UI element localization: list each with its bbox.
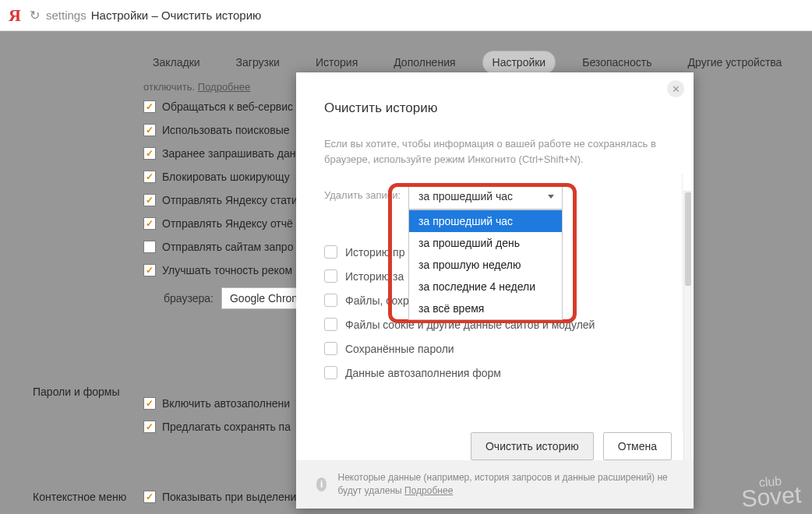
- checkbox-label: Историю пр: [345, 246, 404, 259]
- checkbox-label: Заранее запрашивать дан: [162, 147, 295, 160]
- checkbox[interactable]: [143, 124, 156, 136]
- checkbox[interactable]: [324, 269, 337, 283]
- period-option[interactable]: за прошедший день: [409, 232, 562, 254]
- scrollbar-thumb[interactable]: [685, 192, 691, 286]
- tab-загрузки[interactable]: Загрузки: [227, 51, 289, 73]
- passwords-section: Включить автозаполнениПредлагать сохраня…: [143, 397, 291, 444]
- checkbox-label: Отправлять Яндексу отчё: [162, 217, 293, 230]
- checkbox-label: Отправлять сайтам запро: [162, 241, 293, 253]
- address-bar: Я ↻ settingsНастройки – Очистить историю: [0, 0, 812, 31]
- checkbox-label: Данные автозаполнения форм: [345, 367, 501, 379]
- section-passwords-label: Пароли и формы: [33, 386, 119, 398]
- checkbox[interactable]: [143, 194, 156, 206]
- details-link[interactable]: Подробнее: [198, 81, 250, 93]
- checkbox[interactable]: [324, 366, 337, 379]
- checkbox[interactable]: [143, 491, 156, 503]
- settings-checkbox-row: Включить автозаполнени: [143, 397, 291, 410]
- period-option[interactable]: за всё время: [409, 297, 562, 319]
- checkbox[interactable]: [324, 342, 337, 355]
- section-context-menu-label: Контекстное меню: [33, 491, 126, 503]
- checkbox-label: Историю за: [345, 270, 404, 283]
- dialog-body: Удалить записи: за прошедший час за прош…: [296, 174, 683, 431]
- dialog-info-text: Некоторые данные (например, история запр…: [337, 471, 673, 498]
- clear-data-checkbox-row: Сохранённые пароли: [324, 342, 663, 355]
- checkbox[interactable]: [143, 171, 156, 183]
- checkbox[interactable]: [143, 100, 156, 113]
- clear-data-checkbox-row: Данные автозаполнения форм: [324, 366, 663, 379]
- info-details-link[interactable]: Подробнее: [404, 485, 453, 496]
- checkbox[interactable]: [143, 421, 156, 433]
- checkbox[interactable]: [324, 294, 337, 307]
- settings-checkbox-row: Предлагать сохранять па: [143, 421, 291, 433]
- checkbox-label: Предлагать сохранять па: [162, 421, 291, 433]
- checkbox-label: Включить автозаполнени: [162, 397, 290, 410]
- settings-tabs: ЗакладкиЗагрузкиИсторияДополненияНастрой…: [143, 51, 791, 74]
- dialog-footer: Очистить историю Отмена: [296, 432, 694, 460]
- reload-icon[interactable]: ↻: [30, 8, 40, 23]
- delete-period-row: Удалить записи: за прошедший час за прош…: [324, 183, 663, 209]
- checkbox-label: Отправлять Яндексу стати: [162, 194, 298, 206]
- checkbox-label: Использовать поисковые: [162, 124, 290, 136]
- tab-настройки[interactable]: Настройки: [482, 51, 556, 74]
- info-icon: i: [316, 477, 327, 491]
- checkbox[interactable]: [143, 397, 156, 410]
- tab-история[interactable]: История: [306, 51, 367, 73]
- checkbox[interactable]: [324, 318, 337, 331]
- period-option[interactable]: за последние 4 недели: [409, 276, 562, 297]
- dialog-title: Очистить историю: [296, 72, 694, 116]
- checkbox[interactable]: [324, 245, 337, 259]
- tab-другие устройства[interactable]: Другие устройства: [679, 51, 792, 73]
- yandex-logo-icon: Я: [6, 5, 23, 26]
- checkbox-label: Обращаться к веб-сервис: [162, 100, 293, 113]
- cancel-button[interactable]: Отмена: [603, 432, 672, 460]
- checkbox-label: Улучшать точность реком: [162, 264, 292, 276]
- period-option[interactable]: за прошедший час: [409, 210, 562, 232]
- tab-безопасность[interactable]: Безопасность: [573, 51, 661, 73]
- close-icon[interactable]: ✕: [667, 80, 684, 97]
- address-text[interactable]: settingsНастройки – Очистить историю: [46, 9, 261, 22]
- checkbox-label: Сохранённые пароли: [345, 343, 454, 355]
- period-select[interactable]: за прошедший час: [408, 183, 563, 209]
- clear-history-button[interactable]: Очистить историю: [471, 432, 594, 460]
- browser-label: браузера:: [164, 292, 214, 305]
- checkbox-label: Файлы, сохр: [345, 294, 409, 307]
- clear-history-dialog: ✕ Очистить историю Если вы хотите, чтобы…: [296, 72, 694, 509]
- dialog-info-bar: i Некоторые данные (например, история за…: [296, 460, 694, 509]
- checkbox[interactable]: [143, 147, 156, 160]
- dialog-intro: Если вы хотите, чтобы информация о вашей…: [296, 116, 694, 167]
- tab-дополнения[interactable]: Дополнения: [384, 51, 464, 73]
- checkbox-label: Блокировать шокирующу: [162, 171, 290, 183]
- period-option[interactable]: за прошлую неделю: [409, 254, 562, 276]
- watermark: club Sovet: [740, 476, 802, 509]
- checkbox[interactable]: [143, 264, 156, 276]
- delete-period-label: Удалить записи:: [324, 183, 401, 201]
- checkbox[interactable]: [143, 241, 156, 253]
- period-dropdown: за прошедший часза прошедший деньза прош…: [408, 209, 563, 320]
- checkbox[interactable]: [143, 217, 156, 230]
- period-select-wrap: за прошедший час за прошедший часза прош…: [408, 183, 563, 209]
- tab-закладки[interactable]: Закладки: [143, 51, 210, 73]
